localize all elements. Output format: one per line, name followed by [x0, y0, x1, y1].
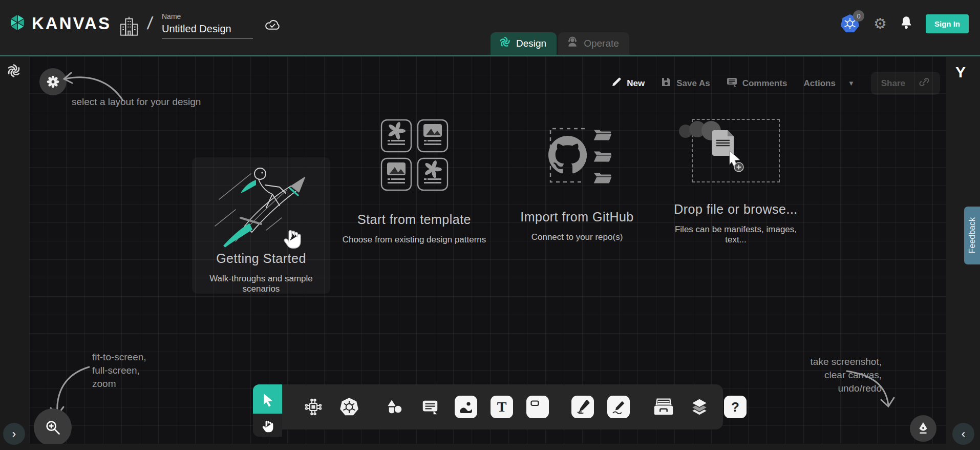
hand-tool[interactable]: [253, 414, 282, 437]
comments-label: Comments: [742, 78, 787, 89]
zoom-in-button[interactable]: [34, 408, 72, 444]
library-tools: ?: [641, 396, 758, 418]
pen-actions-button[interactable]: [910, 415, 936, 442]
kubernetes-context-button[interactable]: 0: [840, 13, 860, 34]
design-name-field: Name: [162, 12, 253, 38]
component-icon[interactable]: [302, 396, 325, 418]
brand[interactable]: KANVAS: [8, 13, 111, 34]
help-icon[interactable]: ?: [724, 396, 747, 418]
organization-icon[interactable]: [119, 15, 139, 40]
import-from-github-card[interactable]: Import from GitHub Connect to your repo(…: [510, 125, 644, 242]
kanvas-app: KANVAS / Name: [0, 0, 980, 450]
chevron-down-icon: ▼: [848, 79, 855, 87]
operate-headset-icon: [566, 36, 579, 51]
hint-arrow-bottom-right: [845, 364, 896, 415]
expand-left-panel-button[interactable]: ›: [3, 423, 25, 445]
drawer-icon[interactable]: [652, 396, 675, 418]
header: KANVAS / Name: [0, 0, 980, 55]
card-title: Start from template: [357, 212, 471, 227]
new-button[interactable]: New: [611, 77, 645, 90]
y-shapes-icon[interactable]: Y: [955, 64, 966, 81]
image-tool-icon[interactable]: [455, 396, 477, 418]
cloud-sync-icon: [264, 17, 282, 34]
feedback-tab[interactable]: Feedback: [964, 207, 980, 264]
pointer-tools: [253, 384, 282, 437]
actions-dropdown[interactable]: Actions ▼: [804, 78, 855, 89]
design-name-input[interactable]: [162, 22, 253, 38]
card-title: Drop file or browse...: [674, 202, 798, 217]
card-title: Import from GitHub: [520, 210, 634, 224]
comment-tool-icon[interactable]: [419, 396, 441, 418]
main-area: › Y Feedback ‹: [0, 55, 980, 450]
kubernetes-badge: 0: [853, 10, 864, 22]
tab-design-label: Design: [516, 38, 546, 49]
hand-cursor-icon: [282, 226, 303, 252]
gear-icon[interactable]: ⚙: [874, 16, 887, 31]
text-tool-icon[interactable]: T: [491, 396, 513, 418]
left-panel-strip: ›: [0, 56, 29, 450]
drop-zone[interactable]: [692, 119, 780, 182]
template-thumbnails: [380, 119, 449, 191]
bell-icon[interactable]: [900, 15, 912, 32]
new-label: New: [627, 78, 645, 89]
pen-tool-icon[interactable]: [571, 396, 594, 418]
actions-label: Actions: [804, 78, 836, 89]
shape-frame-icon[interactable]: [526, 396, 549, 418]
kubernetes-tool-icon[interactable]: [338, 396, 360, 418]
share-label: Share: [881, 78, 905, 89]
kanvas-logo-icon: [8, 13, 27, 34]
comments-button[interactable]: Comments: [727, 77, 787, 90]
github-repos-illustration: [536, 125, 618, 191]
pencil-icon: [611, 77, 622, 90]
mode-tabs: Design Operate: [491, 32, 629, 55]
cursor-tool[interactable]: [253, 384, 282, 414]
card-subtitle: Walk-throughs and sample scenarios: [196, 274, 326, 294]
canvas-toolbar: New Save As Comments Actions ▼: [611, 72, 940, 95]
comment-bubble-icon: [727, 77, 737, 90]
floppy-icon: [661, 77, 671, 90]
tool-dock: T: [253, 384, 723, 429]
feedback-label: Feedback: [968, 217, 977, 253]
tab-operate[interactable]: Operate: [558, 32, 629, 55]
card-subtitle: Files can be manifests, images, text...: [668, 224, 803, 245]
drop-file-card[interactable]: Drop file or browse... Files can be mani…: [668, 119, 803, 245]
drop-file-illustration: [676, 114, 762, 175]
sign-in-button[interactable]: Sign In: [926, 14, 969, 33]
rocket-rider-illustration: [205, 165, 317, 251]
zoom-hint-text: fit-to-screen, full-screen, zoom: [92, 351, 146, 391]
header-actions: 0 ⚙ Sign In: [840, 13, 969, 34]
card-subtitle: Connect to your repo(s): [531, 232, 623, 242]
right-panel-strip: Y Feedback ‹: [946, 56, 980, 450]
link-icon: [919, 76, 930, 90]
meshery-spiral-icon[interactable]: [6, 63, 22, 81]
tab-design[interactable]: Design: [491, 32, 557, 55]
component-tools: [291, 396, 372, 418]
name-label: Name: [162, 12, 253, 21]
tab-operate-label: Operate: [584, 38, 619, 49]
start-from-template-card[interactable]: Start from template Choose from existing…: [340, 119, 488, 245]
save-as-button[interactable]: Save As: [661, 77, 710, 90]
breadcrumb-slash: /: [146, 13, 154, 33]
annotation-tools: T: [372, 396, 560, 418]
design-canvas[interactable]: select a layout for your design New Save…: [29, 56, 946, 444]
getting-started-card[interactable]: Getting Started Walk-throughs and sample…: [192, 157, 330, 294]
share-button[interactable]: Share: [871, 72, 940, 95]
layers-icon[interactable]: [688, 396, 711, 418]
design-spiral-icon: [499, 36, 511, 51]
layout-hint-text: select a layout for your design: [72, 95, 201, 109]
collapse-right-panel-button[interactable]: ‹: [952, 423, 974, 445]
shapes-icon[interactable]: [383, 396, 406, 418]
card-title: Getting Started: [216, 251, 306, 266]
sketch-tool-icon[interactable]: [607, 396, 630, 418]
save-as-label: Save As: [676, 78, 710, 89]
brand-name: KANVAS: [32, 14, 111, 33]
drawing-tools: [560, 396, 641, 418]
card-subtitle: Choose from existing design patterns: [343, 235, 486, 245]
